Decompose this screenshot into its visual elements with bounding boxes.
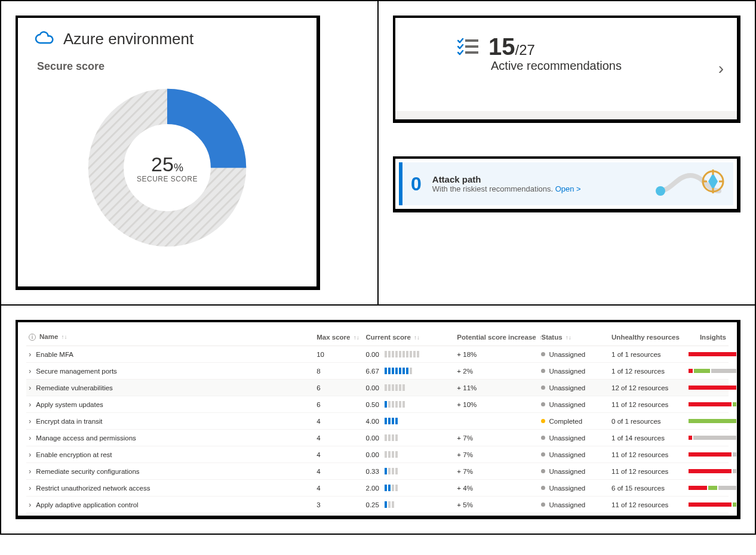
- status-dot-icon: [541, 369, 545, 373]
- checklist-icon: [457, 38, 479, 57]
- secure-score-label: Secure score: [37, 60, 300, 73]
- row-name: Remediate security configurations: [36, 468, 139, 475]
- row-unhealthy: 0 of 1 resources: [611, 418, 684, 425]
- active-recommendations-card[interactable]: 15/27 Active recommendations ›: [393, 16, 740, 123]
- status-dot-icon: [541, 469, 545, 473]
- row-name: Remediate vulnerabilities: [36, 384, 112, 391]
- health-bar: [689, 502, 736, 507]
- row-current-score: 0.00: [365, 351, 381, 358]
- expand-chevron-icon[interactable]: ›: [29, 383, 31, 392]
- secure-score-donut: 25% SECURE SCORE: [87, 87, 248, 248]
- expand-chevron-icon[interactable]: ›: [29, 350, 31, 359]
- score-bars: [385, 384, 405, 391]
- col-header-unhealthy[interactable]: Unhealthy resources: [609, 328, 686, 346]
- table-row[interactable]: ›Manage access and permissions40.00+ 7%U…: [26, 430, 729, 446]
- attack-path-card[interactable]: 0 Attack path With the riskiest recommen…: [393, 156, 740, 212]
- row-unhealthy: 1 of 1 resources: [611, 351, 684, 358]
- recommendations-table-card: iName ↑↓ Max score ↑↓ Current score ↑↓ P…: [16, 320, 740, 519]
- table-row[interactable]: ›Secure management ports86.67+ 2%Unassig…: [26, 363, 729, 380]
- health-bar: [689, 486, 736, 490]
- attack-path-open-link[interactable]: Open >: [555, 184, 581, 193]
- col-header-potential[interactable]: Potential score increase ↑↓: [454, 328, 539, 346]
- expand-chevron-icon[interactable]: ›: [29, 500, 31, 509]
- row-status: Unassigned: [549, 351, 585, 358]
- row-current-score: 6.67: [365, 368, 381, 375]
- col-header-insights[interactable]: Insights: [686, 328, 729, 346]
- table-row[interactable]: ›Enable MFA100.00+ 18%Unassigned1 of 1 r…: [26, 346, 729, 363]
- cloud-icon: [35, 31, 55, 48]
- expand-chevron-icon[interactable]: ›: [29, 450, 31, 459]
- score-bars: [385, 485, 398, 491]
- row-name: Enable MFA: [36, 351, 73, 358]
- info-icon[interactable]: i: [29, 334, 36, 341]
- col-header-current-score[interactable]: Current score ↑↓: [363, 328, 454, 346]
- score-bars: [385, 501, 394, 508]
- status-dot-icon: [541, 386, 545, 390]
- status-dot-icon: [541, 502, 545, 507]
- svg-point-7: [656, 186, 665, 196]
- row-status: Unassigned: [549, 501, 585, 508]
- row-max-score: 8: [314, 363, 363, 380]
- row-max-score: 4: [314, 480, 363, 497]
- row-status: Unassigned: [549, 384, 585, 391]
- col-header-name[interactable]: iName ↑↓: [26, 328, 314, 346]
- score-bars: [385, 468, 398, 474]
- row-unhealthy: 11 of 12 resources: [611, 501, 684, 508]
- expand-chevron-icon[interactable]: ›: [29, 417, 31, 426]
- status-dot-icon: [541, 402, 545, 406]
- row-current-score: 2.00: [365, 485, 381, 492]
- attack-path-title: Attack path: [432, 174, 581, 184]
- row-potential-increase: + 7%: [454, 446, 539, 463]
- svg-rect-5: [465, 45, 478, 48]
- table-row[interactable]: ›Apply system updates60.50+ 10%Unassigne…: [26, 396, 729, 413]
- row-max-score: 4: [314, 413, 363, 430]
- expand-chevron-icon[interactable]: ›: [29, 433, 31, 442]
- row-current-score: 0.00: [365, 434, 381, 442]
- expand-chevron-icon[interactable]: ›: [29, 483, 31, 492]
- health-bar: [689, 469, 736, 473]
- chevron-right-icon[interactable]: ›: [718, 59, 724, 78]
- table-row[interactable]: ›Apply adaptive application control30.25…: [26, 497, 729, 513]
- expand-chevron-icon[interactable]: ›: [29, 366, 31, 375]
- col-header-max-score[interactable]: Max score ↑↓: [314, 328, 363, 346]
- row-name: Restrict unauthorized network access: [36, 485, 150, 492]
- status-dot-icon: [541, 352, 545, 356]
- row-status: Unassigned: [549, 434, 585, 442]
- table-row[interactable]: ›Enable encryption at rest40.00+ 7%Unass…: [26, 446, 729, 463]
- row-potential-increase: [454, 413, 539, 430]
- table-row[interactable]: ›Remediate security configurations40.33+…: [26, 463, 729, 480]
- health-bar: [689, 419, 736, 423]
- reco-active-count: 15: [488, 33, 515, 60]
- expand-chevron-icon[interactable]: ›: [29, 400, 31, 409]
- table-row[interactable]: ›Restrict unauthorized network access42.…: [26, 480, 729, 497]
- expand-chevron-icon[interactable]: ›: [29, 467, 31, 476]
- row-status: Unassigned: [549, 451, 585, 458]
- status-dot-icon: [541, 486, 545, 490]
- row-potential-increase: + 4%: [454, 480, 539, 497]
- table-row[interactable]: ›Remediate vulnerabilities60.00+ 11%Unas…: [26, 380, 729, 396]
- row-current-score: 0.50: [365, 401, 381, 408]
- svg-rect-6: [465, 51, 478, 54]
- attack-path-subtitle: With the riskiest recommendations. Open …: [432, 184, 581, 193]
- row-unhealthy: 11 of 12 resources: [611, 401, 684, 408]
- status-dot-icon: [541, 436, 545, 440]
- health-bar: [689, 452, 736, 457]
- health-bar: [689, 386, 736, 390]
- row-potential-increase: + 10%: [454, 396, 539, 413]
- row-status: Unassigned: [549, 485, 585, 492]
- row-name: Secure management ports: [36, 368, 117, 375]
- row-max-score: 4: [314, 430, 363, 446]
- row-unhealthy: 6 of 15 resources: [611, 485, 684, 492]
- reco-total: /27: [515, 42, 535, 58]
- recommendations-table: iName ↑↓ Max score ↑↓ Current score ↑↓ P…: [26, 328, 729, 513]
- row-name: Manage access and permissions: [36, 434, 136, 442]
- row-max-score: 4: [314, 446, 363, 463]
- table-row[interactable]: ›Encrypt data in transit44.00Completed0 …: [26, 413, 729, 430]
- score-bars: [385, 434, 398, 441]
- row-potential-increase: + 11%: [454, 380, 539, 396]
- row-max-score: 6: [314, 396, 363, 413]
- col-header-status[interactable]: Status ↑↓: [539, 328, 609, 346]
- status-dot-icon: [541, 419, 545, 423]
- azure-environment-card: Azure environment Secure score: [16, 16, 320, 290]
- row-unhealthy: 12 of 12 resources: [611, 384, 684, 391]
